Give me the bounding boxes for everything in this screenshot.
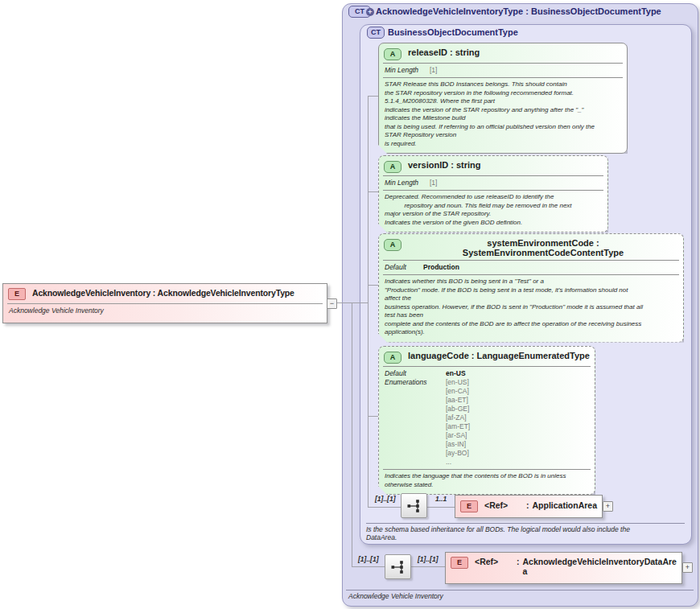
connector-outer-vertical — [352, 302, 352, 567]
enum-ellipsis: ... — [446, 458, 589, 467]
enum-value: [am-ET] — [446, 422, 589, 431]
base-type-title: BusinessObjectDocumentType — [388, 27, 518, 37]
base-type-annotation: Is the schema based inheritance for all … — [366, 525, 685, 541]
divider — [366, 523, 685, 524]
occurrence-label: [1]..[1] — [418, 555, 439, 563]
connector-branch-releaseid — [368, 96, 378, 97]
enum-value: [ar-SA] — [446, 431, 589, 440]
facet-label: Min Length — [385, 179, 422, 187]
attribute-description: Indicates whether this BOD is being sent… — [379, 275, 683, 342]
attribute-icon: A — [384, 161, 401, 173]
facet-label: Default — [385, 263, 415, 272]
root-element-box[interactable]: E AcknowledgeVehicleInventory : Acknowle… — [2, 283, 327, 323]
connector-inner-vertical — [368, 96, 369, 508]
attribute-box-releaseid: A releaseID : string Min Length [1] STAR… — [378, 43, 628, 154]
complex-type-title: AcknowledgeVehicleInventoryType : Busine… — [376, 6, 661, 16]
enum-value: [af-ZA] — [446, 414, 589, 422]
occurrence-label: [1]..[1] — [358, 555, 379, 563]
facet-label: Enumerations — [385, 378, 438, 387]
derived-plus-icon: + — [366, 8, 374, 16]
enum-value: [ab-GE] — [446, 405, 589, 414]
enum-value: [aa-ET] — [446, 396, 589, 405]
attribute-name: systemEnvironmentCode : SystemEnvironmen… — [408, 238, 678, 257]
occurrence-label: [1]..[1] — [375, 495, 396, 503]
facet-value: [1] — [430, 66, 621, 75]
attribute-box-languagecode: A languageCode : LanguageEnumeratedType … — [378, 346, 595, 495]
attribute-icon: A — [384, 239, 401, 251]
colon: : — [517, 557, 520, 576]
ref-type-name: AcknowledgeVehicleInventoryDataArea — [523, 557, 677, 576]
ref-element-applicationarea[interactable]: E <Ref> : ApplicationArea — [455, 495, 603, 518]
complex-type-icon: CT + — [348, 6, 371, 18]
sequence-icon — [401, 493, 427, 518]
facet-label: Default — [385, 369, 438, 378]
occurrence-label: 1..1 — [435, 495, 447, 503]
complex-type-annotation: Acknowledge Vehicle Inventory — [348, 592, 690, 600]
ref-label: <Ref> — [475, 557, 510, 566]
attribute-box-versionid: A versionID : string Min Length [1] Depr… — [378, 155, 608, 232]
connector-branch-versionid — [368, 191, 378, 192]
enum-value: [as-IN] — [446, 440, 589, 449]
attribute-box-systemenvironmentcode: A systemEnvironmentCode : SystemEnvironm… — [378, 233, 684, 343]
facet-value: Production — [423, 263, 677, 272]
attribute-name: releaseID : string — [408, 47, 480, 57]
attribute-description: Indicates the language that the contents… — [379, 470, 595, 494]
root-element-title: AcknowledgeVehicleInventory : Acknowledg… — [32, 288, 294, 298]
attribute-description: Deprecated. Recommended to use releaseID… — [379, 191, 607, 232]
colon: : — [526, 500, 529, 510]
enum-value: [en-US] — [446, 378, 589, 387]
facet-label: Min Length — [385, 66, 422, 75]
ref-label: <Ref> — [484, 500, 520, 510]
expand-button-applicationarea[interactable]: + — [603, 501, 613, 512]
base-type-icon: CT — [367, 27, 385, 39]
divider — [346, 590, 694, 590]
connector-branch-languagecode — [368, 416, 378, 417]
attribute-name: languageCode : LanguageEnumeratedType — [408, 351, 590, 360]
ref-element-dataarea[interactable]: E <Ref> : AcknowledgeVehicleInventoryDat… — [445, 552, 682, 584]
sequence-icon — [385, 554, 411, 579]
collapse-button[interactable]: − — [327, 298, 337, 309]
complex-type-icon-label: CT — [355, 7, 364, 15]
attribute-description: STAR Release this BOD Instances belongs.… — [379, 78, 627, 153]
ref-type-name: ApplicationArea — [533, 500, 598, 510]
enum-value: [en-CA] — [446, 387, 589, 396]
base-type-icon-label: CT — [371, 28, 381, 36]
expand-button-dataarea[interactable]: + — [682, 562, 693, 573]
facet-default-value: en-US — [446, 369, 589, 378]
element-icon: E — [8, 288, 26, 300]
element-icon: E — [451, 557, 468, 569]
element-icon: E — [460, 500, 478, 512]
attribute-icon: A — [384, 352, 401, 364]
attribute-name: versionID : string — [408, 160, 480, 170]
enum-value: [ay-BO] — [446, 449, 589, 458]
attribute-icon: A — [384, 48, 401, 60]
connector-branch-systemenvironmentcode — [368, 285, 378, 286]
facet-value: [1] — [430, 179, 602, 187]
root-element-annotation: Acknowledge Vehicle Inventory — [3, 304, 327, 318]
